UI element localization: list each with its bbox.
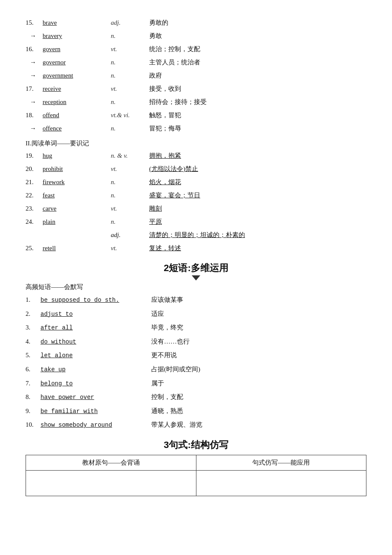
- entry-word-feast: feast: [43, 190, 111, 201]
- section2-vocab-header: II.阅读单词——要识记: [26, 139, 366, 147]
- phrases-section: 1. be supposed to do sth. 应该做某事 2. adjus…: [26, 294, 366, 431]
- entry-meaning-retell: 复述，转述: [149, 243, 181, 254]
- arrow-government: →: [26, 70, 43, 81]
- vocab-entry-22: 22. feast n. 盛宴，宴会；节日: [26, 190, 366, 201]
- entry-pos-retell: vt.: [111, 243, 149, 254]
- table-data-row: [26, 470, 366, 496]
- entry-word-offence: offence: [43, 123, 111, 134]
- entry-num-20: 20.: [26, 163, 43, 175]
- entry-num-18: 18.: [26, 110, 43, 121]
- phrase-num-7: 7.: [26, 377, 40, 390]
- phrase-num-8: 8.: [26, 391, 40, 403]
- vocab-entry-24-adj: adj. 清楚的；明显的；坦诚的；朴素的: [26, 229, 366, 241]
- vocab-section-1: 15. brave adj. 勇敢的 → bravery n. 勇敢 16. g…: [26, 17, 366, 134]
- entry-word-carve: carve: [43, 203, 111, 214]
- phrase-text-10: show somebody around: [40, 419, 151, 431]
- arrow-reception: →: [26, 96, 43, 108]
- vocab-entry-17: 17. receive vt. 接受，收到: [26, 83, 366, 95]
- entry-num-17: 17.: [26, 83, 43, 95]
- vocab-entry-19: 19. hug n. & v. 拥抱，抱紧: [26, 150, 366, 162]
- vocab-entry-23: 23. carve vt. 雕刻: [26, 203, 366, 214]
- phrase-meaning-9: 通晓，熟悉: [151, 405, 183, 417]
- arrow-governor: →: [26, 57, 43, 68]
- vocab-entry-18: 18. offend vt.& vi. 触怒，冒犯: [26, 110, 366, 121]
- entry-word-retell: retell: [43, 243, 111, 254]
- phrase-meaning-1: 应该做某事: [151, 294, 183, 306]
- entry-word-offend: offend: [43, 110, 111, 121]
- entry-meaning-firework: 焰火，烟花: [149, 176, 181, 188]
- phrase-text-9: be familiar with: [40, 406, 151, 417]
- section2-phrases-title: 2短语:多维运用: [26, 262, 366, 280]
- phrase-entry-10: 10. show somebody around 带某人参观、游览: [26, 419, 366, 431]
- entry-pos-brave: adj.: [111, 17, 149, 29]
- section3-title: 3句式:结构仿写: [26, 439, 366, 451]
- phrase-num-1: 1.: [26, 294, 40, 306]
- entry-word-hug: hug: [43, 150, 111, 162]
- phrase-entry-9: 9. be familiar with 通晓，熟悉: [26, 405, 366, 417]
- entry-word-government: government: [43, 70, 111, 81]
- sentence-table: 教材原句——会背诵 句式仿写——能应用: [26, 455, 366, 496]
- phrases-header: 高频短语——会默写: [26, 283, 366, 291]
- entry-word-receive: receive: [43, 83, 111, 95]
- phrase-text-7: belong to: [40, 378, 151, 390]
- entry-word-plain: plain: [43, 216, 111, 228]
- entry-pos-carve: vt.: [111, 203, 149, 214]
- entry-num-21: 21.: [26, 176, 43, 188]
- phrase-meaning-4: 没有……也行: [151, 335, 190, 348]
- phrase-text-2: adjust to: [40, 309, 151, 320]
- entry-pos-government: n.: [111, 70, 149, 81]
- vocab-entry-25: 25. retell vt. 复述，转述: [26, 243, 366, 254]
- entry-word-brave: brave: [43, 17, 111, 29]
- entry-pos-hug: n. & v.: [111, 150, 149, 162]
- entry-meaning-prohibit: (尤指以法令)禁止: [149, 163, 198, 175]
- entry-meaning-offence: 冒犯；侮辱: [149, 123, 181, 134]
- entry-meaning-plain-adj: 清楚的；明显的；坦诚的；朴素的: [149, 229, 245, 241]
- entry-num-15: 15.: [26, 17, 43, 29]
- entry-meaning-reception: 招待会；接待；接受: [149, 96, 207, 108]
- entry-meaning-offend: 触怒，冒犯: [149, 110, 181, 121]
- phrase-meaning-8: 控制，支配: [151, 391, 183, 403]
- phrase-text-6: take up: [40, 364, 151, 376]
- entry-pos-firework: n.: [111, 176, 149, 188]
- phrase-entry-4: 4. do without 没有……也行: [26, 335, 366, 348]
- vocab-entry-21: 21. firework n. 焰火，烟花: [26, 176, 366, 188]
- entry-num-23: 23.: [26, 203, 43, 214]
- phrase-meaning-10: 带某人参观、游览: [151, 419, 202, 431]
- phrase-entry-5: 5. let alone 更不用说: [26, 349, 366, 361]
- entry-num-16: 16.: [26, 43, 43, 55]
- phrase-num-9: 9.: [26, 405, 40, 417]
- table-data-col2: [196, 470, 366, 496]
- phrase-text-8: have power over: [40, 392, 151, 403]
- phrase-entry-7: 7. belong to 属于: [26, 377, 366, 390]
- vocab-entry-government: → government n. 政府: [26, 70, 366, 81]
- vocab-section-2: 19. hug n. & v. 拥抱，抱紧 20. prohibit vt. (…: [26, 150, 366, 254]
- entry-num-24: 24.: [26, 216, 43, 228]
- entry-pos-receive: vt.: [111, 83, 149, 95]
- entry-meaning-hug: 拥抱，抱紧: [149, 150, 181, 162]
- entry-meaning-feast: 盛宴，宴会；节日: [149, 190, 200, 201]
- phrase-meaning-3: 毕竟，终究: [151, 321, 183, 334]
- table-header-col1: 教材原句——会背诵: [26, 455, 196, 470]
- phrase-entry-3: 3. after all 毕竟，终究: [26, 321, 366, 334]
- phrase-num-5: 5.: [26, 349, 40, 361]
- entry-pos-governor: n.: [111, 57, 149, 68]
- entry-meaning-governor: 主管人员；统治者: [149, 57, 200, 68]
- entry-pos-feast: n.: [111, 190, 149, 201]
- phrase-meaning-7: 属于: [151, 377, 164, 390]
- entry-num-22: 22.: [26, 190, 43, 201]
- vocab-entry-20: 20. prohibit vt. (尤指以法令)禁止: [26, 163, 366, 175]
- vocab-entry-bravery: → bravery n. 勇敢: [26, 30, 366, 42]
- phrase-text-1: be supposed to do sth.: [40, 295, 151, 306]
- phrase-meaning-2: 适应: [151, 308, 164, 320]
- entry-pos-prohibit: vt.: [111, 163, 149, 175]
- entry-pos-bravery: n.: [111, 30, 149, 42]
- entry-word-governor: governor: [43, 57, 111, 68]
- table-header-row: 教材原句——会背诵 句式仿写——能应用: [26, 455, 366, 470]
- entry-meaning-carve: 雕刻: [149, 203, 162, 214]
- phrase-num-6: 6.: [26, 363, 40, 376]
- phrase-num-4: 4.: [26, 335, 40, 348]
- entry-meaning-receive: 接受，收到: [149, 83, 181, 95]
- entry-word-govern: govern: [43, 43, 111, 55]
- phrase-text-3: after all: [40, 322, 151, 334]
- entry-word-reception: reception: [43, 96, 111, 108]
